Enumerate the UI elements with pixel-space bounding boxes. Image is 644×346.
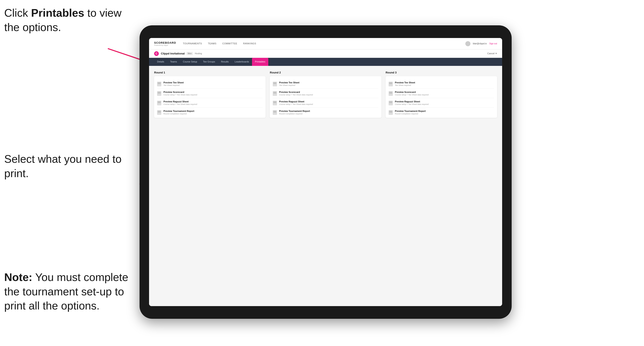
logo-sub: Powered by clippd <box>154 44 176 46</box>
round-2-title: Round 2 <box>270 71 381 74</box>
round-2-item-2[interactable]: Preview ScorecardCourse setup + Tee Shee… <box>273 89 378 98</box>
round-1-item-2[interactable]: Preview ScorecardCourse setup + Tee Shee… <box>157 89 262 98</box>
tablet-device: SCOREBOARD Powered by clippd TOURNAMENTS… <box>140 25 512 319</box>
print-item-name: Preview Tournament Report <box>164 110 194 112</box>
document-icon <box>388 91 393 96</box>
tab-printables[interactable]: Printables <box>252 58 268 66</box>
tab-teams[interactable]: Teams <box>167 58 180 66</box>
round-3-item-1[interactable]: Preview Tee SheetTee Sheet required <box>388 79 494 89</box>
tab-course-setup[interactable]: Course Setup <box>180 58 200 66</box>
document-icon <box>388 82 393 86</box>
main-content: Round 1Preview Tee SheetTee Sheet requir… <box>149 66 502 306</box>
user-avatar <box>465 41 470 46</box>
print-item-req: Round Completion required <box>164 113 194 115</box>
tab-leaderboards[interactable]: Leaderboards <box>232 58 252 66</box>
round-2-item-1[interactable]: Preview Tee SheetTee Sheet required <box>273 79 378 89</box>
document-icon <box>388 101 393 105</box>
print-item-name: Preview Raguzzi Sheet <box>279 100 313 103</box>
document-icon <box>273 82 277 86</box>
round-1-section: Round 1Preview Tee SheetTee Sheet requir… <box>154 71 266 118</box>
tab-details[interactable]: Details <box>154 58 167 66</box>
document-icon <box>157 82 161 86</box>
print-item-req: Course setup + Tee Sheet data required <box>164 94 197 96</box>
print-item-name: Preview Tournament Report <box>395 110 426 112</box>
print-item-req: Round Completion required <box>279 113 310 115</box>
top-nav-links: TOURNAMENTS TEAMS COMMITTEE RANKINGS <box>183 42 465 45</box>
document-icon <box>157 110 161 115</box>
round-2-item-3[interactable]: Preview Raguzzi SheetCourse setup + Tee … <box>273 98 378 108</box>
round-3-section: Round 3Preview Tee SheetTee Sheet requir… <box>386 71 497 118</box>
tournament-logo: C <box>154 51 159 56</box>
nav-tournaments[interactable]: TOURNAMENTS <box>183 42 202 45</box>
print-item-name: Preview Raguzzi Sheet <box>395 100 429 103</box>
print-item-req: Course setup + Tee Sheet data required <box>279 94 313 96</box>
print-item-name: Preview Scorecard <box>395 91 429 93</box>
print-item-name: Preview Tee Sheet <box>395 81 415 84</box>
annotation-middle: Select what you need to print. <box>4 152 127 180</box>
document-icon <box>388 110 393 115</box>
annotation-bottom: Note: You must complete the tournament s… <box>4 270 131 313</box>
round-3-item-3[interactable]: Preview Raguzzi SheetCourse setup + Tee … <box>388 98 494 108</box>
print-item-name: Preview Tee Sheet <box>279 81 300 84</box>
logo-title: SCOREBOARD <box>154 41 176 44</box>
tab-results[interactable]: Results <box>218 58 232 66</box>
tournament-name: Clippd Invitational <box>161 52 185 55</box>
top-nav-right: blair@clippd.io Sign out <box>465 41 497 46</box>
nav-committee[interactable]: COMMITTEE <box>222 42 238 45</box>
tab-tee-groups[interactable]: Tee Groups <box>200 58 218 66</box>
sign-out-link[interactable]: Sign out <box>489 42 497 45</box>
scoreboard-logo: SCOREBOARD Powered by clippd <box>154 41 176 46</box>
round-3-title: Round 3 <box>386 71 497 74</box>
cancel-button[interactable]: Cancel ✕ <box>487 52 497 55</box>
round-3-item-2[interactable]: Preview ScorecardCourse setup + Tee Shee… <box>388 89 494 98</box>
top-nav: SCOREBOARD Powered by clippd TOURNAMENTS… <box>149 38 502 49</box>
sub-nav: Details Teams Course Setup Tee Groups Re… <box>149 58 502 66</box>
round-3-item-4[interactable]: Preview Tournament ReportRound Completio… <box>388 108 494 115</box>
tournament-tag: Men <box>186 52 193 55</box>
print-item-req: Round Completion required <box>395 113 426 115</box>
print-item-name: Preview Raguzzi Sheet <box>164 100 197 103</box>
document-icon <box>273 110 277 115</box>
round-1-item-3[interactable]: Preview Raguzzi SheetCourse setup + Tee … <box>157 98 262 108</box>
print-item-req: Course setup + Tee Sheet data required <box>395 94 429 96</box>
round-3-card: Preview Tee SheetTee Sheet requiredPrevi… <box>386 76 497 118</box>
nav-rankings[interactable]: RANKINGS <box>243 42 256 45</box>
print-item-req: Tee Sheet required <box>279 84 300 86</box>
print-item-name: Preview Scorecard <box>279 91 313 93</box>
print-item-req: Tee Sheet required <box>164 84 184 86</box>
round-2-item-4[interactable]: Preview Tournament ReportRound Completio… <box>273 108 378 115</box>
document-icon <box>273 91 277 96</box>
round-2-card: Preview Tee SheetTee Sheet requiredPrevi… <box>270 76 381 118</box>
print-item-req: Course setup + Tee Sheet data required <box>395 103 429 105</box>
annotation-top: Click Printables to view the options. <box>4 6 127 34</box>
rounds-grid: Round 1Preview Tee SheetTee Sheet requir… <box>154 71 497 118</box>
tournament-header: C Clippd Invitational Men Hosting Cancel… <box>149 49 502 58</box>
tournament-status: Hosting <box>195 52 202 55</box>
print-item-req: Course setup + Tee Sheet data required <box>279 103 313 105</box>
document-icon <box>157 101 161 105</box>
round-1-title: Round 1 <box>154 71 266 74</box>
round-1-card: Preview Tee SheetTee Sheet requiredPrevi… <box>154 76 266 118</box>
print-item-name: Preview Tournament Report <box>279 110 310 112</box>
print-item-req: Tee Sheet required <box>395 84 415 86</box>
user-email: blair@clippd.io <box>473 42 487 45</box>
document-icon <box>157 91 161 96</box>
document-icon <box>273 101 277 105</box>
print-item-name: Preview Tee Sheet <box>164 81 184 84</box>
nav-teams[interactable]: TEAMS <box>208 42 216 45</box>
tablet-screen: SCOREBOARD Powered by clippd TOURNAMENTS… <box>149 38 502 306</box>
round-1-item-1[interactable]: Preview Tee SheetTee Sheet required <box>157 79 262 89</box>
round-2-section: Round 2Preview Tee SheetTee Sheet requir… <box>270 71 381 118</box>
print-item-req: Course setup + Tee Sheet data required <box>164 103 197 105</box>
print-item-name: Preview Scorecard <box>164 91 197 93</box>
round-1-item-4[interactable]: Preview Tournament ReportRound Completio… <box>157 108 262 115</box>
